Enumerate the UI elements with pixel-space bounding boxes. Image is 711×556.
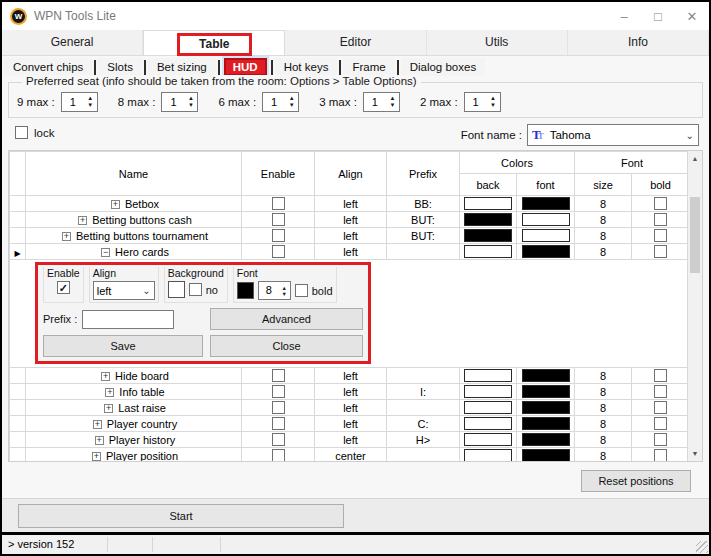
scrollbar-thumb[interactable] [690,197,700,273]
enable-checkbox[interactable] [272,401,285,414]
enable-checkbox[interactable] [272,245,285,258]
align-cell[interactable]: left [315,228,387,244]
subtab-convert-chips[interactable]: Convert chips [4,58,92,76]
spinner-up-icon[interactable]: ▲ [386,95,399,102]
close-panel-button[interactable]: Close [210,335,363,357]
subtab-hot-keys[interactable]: Hot keys [275,58,338,76]
minimize-button[interactable]: – [607,2,641,30]
panel-prefix-input[interactable] [82,310,174,329]
seat-stepper[interactable]: 1▲▼ [262,92,299,112]
prefix-cell[interactable]: BUT: [387,212,460,228]
start-button[interactable]: Start [18,504,344,528]
scroll-up-icon[interactable]: ▲ [688,151,702,166]
bold-checkbox[interactable] [654,245,667,258]
align-cell[interactable]: left [315,368,387,384]
bold-checkbox[interactable] [654,229,667,242]
font-color-swatch[interactable] [522,385,570,398]
subtab-dialog-boxes[interactable]: Dialog boxes [401,58,485,76]
align-cell[interactable]: left [315,244,387,260]
bold-cell[interactable] [632,196,687,212]
panel-enable-checkbox[interactable] [57,281,70,294]
font-color-cell[interactable] [517,400,575,416]
resize-grip[interactable] [696,541,708,553]
back-color-cell[interactable] [460,228,517,244]
panel-font-size-stepper[interactable]: 8 ▲ ▼ [258,281,291,300]
seat-stepper[interactable]: 1▲▼ [464,92,501,112]
bold-cell[interactable] [632,448,687,462]
name-cell[interactable]: +Betting buttons cash [26,212,242,228]
bold-cell[interactable] [632,244,687,260]
back-color-cell[interactable] [460,432,517,448]
back-color-swatch[interactable] [464,401,512,414]
font-color-swatch[interactable] [522,245,570,258]
expand-icon[interactable]: + [105,388,114,397]
scroll-down-icon[interactable]: ▼ [688,446,702,461]
table-row[interactable]: +Last raiseleft8 [10,400,688,416]
enable-cell[interactable] [242,244,315,260]
size-cell[interactable]: 8 [575,448,632,462]
tab-editor[interactable]: Editor [285,30,426,55]
bold-cell[interactable] [632,432,687,448]
enable-checkbox[interactable] [272,213,285,226]
name-cell[interactable]: +Player position [26,448,242,462]
bold-checkbox[interactable] [654,197,667,210]
size-cell[interactable]: 8 [575,384,632,400]
seat-stepper[interactable]: 1▲▼ [363,92,400,112]
spinner-up-icon[interactable]: ▲ [285,95,298,102]
enable-cell[interactable] [242,448,315,462]
expand-icon[interactable]: + [62,232,71,241]
subtab-bet-sizing[interactable]: Bet sizing [148,58,216,76]
back-color-swatch[interactable] [464,417,512,430]
enable-cell[interactable] [242,432,315,448]
close-button[interactable]: ✕ [675,2,709,30]
bold-checkbox[interactable] [654,369,667,382]
font-color-cell[interactable] [517,448,575,462]
name-cell[interactable]: +Info table [26,384,242,400]
prefix-cell[interactable] [387,244,460,260]
enable-checkbox[interactable] [272,229,285,242]
spinner-up-icon[interactable]: ▲ [487,95,500,102]
chevron-down-icon[interactable]: ⌄ [686,130,694,141]
enable-cell[interactable] [242,384,315,400]
font-color-cell[interactable] [517,244,575,260]
panel-background-swatch[interactable] [168,281,185,298]
table-row[interactable]: +Info tableleftI:8 [10,384,688,400]
enable-cell[interactable] [242,196,315,212]
size-cell[interactable]: 8 [575,400,632,416]
font-color-swatch[interactable] [522,417,570,430]
size-cell[interactable]: 8 [575,196,632,212]
align-cell[interactable]: left [315,384,387,400]
enable-checkbox[interactable] [272,449,285,461]
expand-icon[interactable]: + [93,420,102,429]
bold-checkbox[interactable] [654,213,667,226]
back-color-swatch[interactable] [464,245,512,258]
size-cell[interactable]: 8 [575,416,632,432]
align-cell[interactable]: left [315,212,387,228]
seat-stepper[interactable]: 1▲▼ [61,92,98,112]
advanced-button[interactable]: Advanced [210,308,363,330]
vertical-scrollbar[interactable]: ▲ ▼ [687,151,702,461]
spinner-down-icon[interactable]: ▼ [84,102,97,109]
enable-cell[interactable] [242,368,315,384]
bold-checkbox[interactable] [654,401,667,414]
back-color-swatch[interactable] [464,385,512,398]
name-cell[interactable]: +Player history [26,432,242,448]
prefix-cell[interactable] [387,448,460,462]
back-color-cell[interactable] [460,400,517,416]
prefix-cell[interactable]: I: [387,384,460,400]
enable-cell[interactable] [242,228,315,244]
enable-checkbox[interactable] [272,385,285,398]
spinner-down-icon[interactable]: ▼ [184,102,197,109]
align-cell[interactable]: left [315,416,387,432]
size-cell[interactable]: 8 [575,244,632,260]
align-cell[interactable]: left [315,400,387,416]
prefix-cell[interactable]: BB: [387,196,460,212]
font-color-swatch[interactable] [522,197,570,210]
subtab-slots[interactable]: Slots [98,58,142,76]
bold-cell[interactable] [632,400,687,416]
bold-checkbox[interactable] [654,385,667,398]
expand-icon[interactable]: + [78,216,87,225]
chevron-down-icon[interactable]: ⌄ [142,285,150,296]
maximize-button[interactable]: □ [641,2,675,30]
spinner-down-icon[interactable]: ▼ [279,291,290,297]
